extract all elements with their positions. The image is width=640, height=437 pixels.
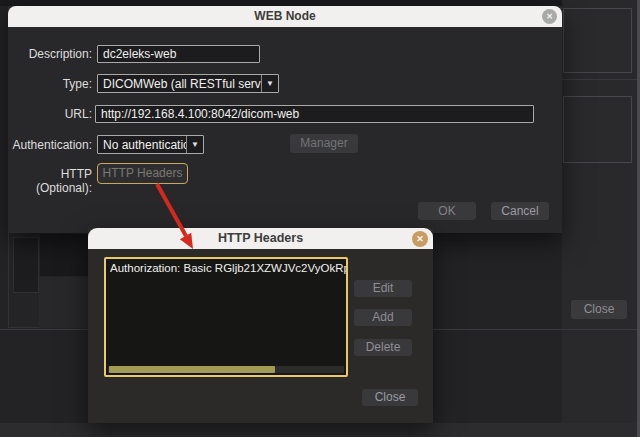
background-window-fragment bbox=[13, 237, 39, 293]
manager-button[interactable]: Manager bbox=[290, 134, 358, 153]
description-input[interactable] bbox=[97, 45, 260, 63]
authentication-select[interactable]: No authentication ▼ bbox=[97, 135, 204, 154]
ok-button[interactable]: OK bbox=[418, 202, 476, 220]
cancel-button[interactable]: Cancel bbox=[491, 202, 549, 220]
http-optional-label: HTTP (Optional): bbox=[8, 167, 92, 195]
web-node-dialog: WEB Node ✕ Description: Type: DICOMWeb (… bbox=[8, 6, 562, 233]
background-group-box bbox=[563, 96, 632, 163]
horizontal-scrollbar[interactable] bbox=[108, 366, 344, 373]
http-headers-dialog: HTTP Headers ✕ Authorization: Basic RGlj… bbox=[88, 228, 433, 423]
description-label: Description: bbox=[8, 47, 92, 61]
web-node-dialog-title: WEB Node bbox=[254, 9, 315, 23]
type-label: Type: bbox=[8, 77, 92, 91]
background-close-button[interactable]: Close bbox=[571, 300, 627, 319]
type-select[interactable]: DICOMWeb (all RESTful services) ▼ bbox=[97, 74, 279, 93]
background-window-fragment bbox=[40, 234, 94, 276]
background-window-fragment bbox=[39, 277, 93, 328]
add-button[interactable]: Add bbox=[354, 309, 412, 326]
http-headers-dialog-title: HTTP Headers bbox=[218, 231, 303, 245]
type-selected-value: DICOMWeb (all RESTful services) bbox=[98, 77, 261, 91]
url-input[interactable] bbox=[95, 105, 534, 123]
web-node-titlebar[interactable]: WEB Node bbox=[8, 6, 562, 27]
close-icon[interactable]: ✕ bbox=[412, 231, 428, 247]
authentication-label: Authentication: bbox=[8, 138, 92, 152]
chevron-down-icon: ▼ bbox=[261, 75, 278, 92]
bottom-edge-strip bbox=[0, 423, 640, 437]
horizontal-scrollbar-thumb[interactable] bbox=[109, 366, 275, 373]
authentication-selected-value: No authentication bbox=[98, 138, 186, 152]
delete-button[interactable]: Delete bbox=[354, 339, 412, 356]
list-item[interactable]: Authorization: Basic RGljb21XZWJVc2VyOkR… bbox=[110, 262, 346, 274]
http-headers-titlebar[interactable]: HTTP Headers bbox=[88, 228, 433, 249]
background-divider bbox=[562, 79, 640, 80]
screen: Close WEB Node ✕ Description: Type: DICO… bbox=[0, 0, 640, 437]
http-headers-button[interactable]: HTTP Headers bbox=[97, 163, 188, 184]
chevron-down-icon: ▼ bbox=[186, 136, 203, 153]
url-label: URL: bbox=[8, 107, 92, 121]
close-icon[interactable]: ✕ bbox=[542, 9, 557, 24]
close-button[interactable]: Close bbox=[362, 389, 418, 406]
http-headers-list[interactable]: Authorization: Basic RGljb21XZWJVc2VyOkR… bbox=[104, 257, 348, 377]
edit-button[interactable]: Edit bbox=[354, 280, 412, 297]
background-group-box bbox=[563, 8, 632, 73]
